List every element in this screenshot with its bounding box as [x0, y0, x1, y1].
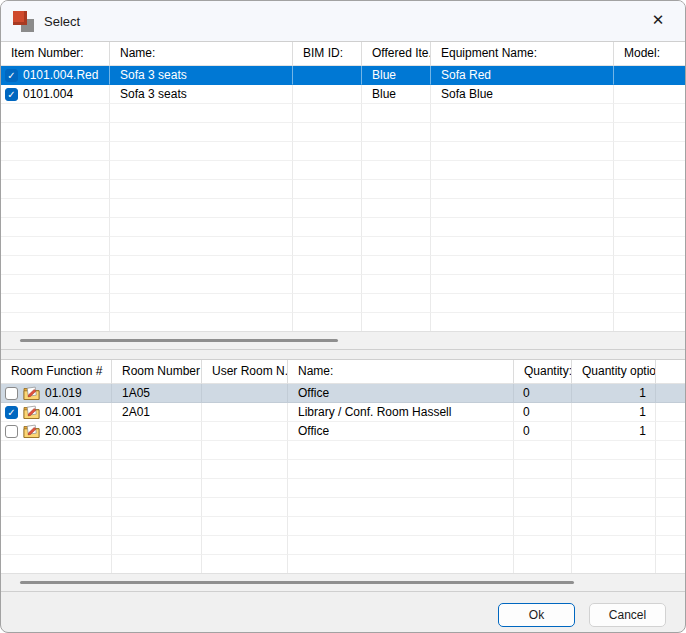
empty-row: [1, 517, 685, 536]
empty-cell: [110, 218, 293, 237]
empty-cell: [110, 256, 293, 275]
empty-cell: [431, 199, 614, 218]
column-header[interactable]: Model:: [614, 42, 685, 66]
column-header[interactable]: [656, 360, 685, 384]
empty-row: [1, 294, 685, 313]
empty-cell: [110, 123, 293, 142]
column-header[interactable]: Room Function #: [1, 360, 112, 384]
empty-row: [1, 237, 685, 256]
table-cell: 01.019: [1, 384, 112, 403]
table-cell: [656, 422, 685, 441]
empty-cell: [362, 313, 431, 332]
empty-cell: [614, 199, 685, 218]
select-dialog: Select ✕ Item Number:Name:BIM ID:Offered…: [0, 0, 686, 633]
table-cell: 0: [514, 384, 572, 403]
cell-text: 04.001: [45, 403, 82, 421]
column-header[interactable]: Quantity:: [514, 360, 572, 384]
column-header[interactable]: Item Number:: [1, 42, 110, 66]
column-header[interactable]: Quantity option:: [572, 360, 656, 384]
empty-cell: [514, 460, 572, 479]
empty-cell: [656, 517, 685, 536]
table-cell: [202, 403, 288, 422]
empty-row: [1, 536, 685, 555]
table-cell: [656, 384, 685, 403]
empty-cell: [572, 498, 656, 517]
empty-row: [1, 180, 685, 199]
empty-cell: [1, 123, 110, 142]
empty-row: [1, 498, 685, 517]
empty-cell: [1, 517, 112, 536]
empty-cell: [288, 536, 514, 555]
empty-cell: [614, 294, 685, 313]
empty-cell: [614, 142, 685, 161]
rooms-table: Room Function #Room NumberUser Room N...…: [1, 359, 685, 592]
empty-cell: [362, 218, 431, 237]
empty-row: [1, 479, 685, 498]
empty-cell: [614, 180, 685, 199]
empty-cell: [110, 275, 293, 294]
table-row[interactable]: 20.003Office01: [1, 422, 685, 441]
table-row[interactable]: ✓0101.004Sofa 3 seatsBlueSofa Blue: [1, 85, 685, 104]
row-checkbox-unchecked[interactable]: [5, 387, 18, 400]
scrollbar-thumb[interactable]: [20, 581, 574, 584]
empty-cell: [514, 555, 572, 574]
column-header[interactable]: Equipment Name:: [431, 42, 614, 66]
table-cell: [293, 85, 362, 104]
items-horizontal-scrollbar[interactable]: [1, 331, 685, 349]
column-header[interactable]: Offered Ite...: [362, 42, 431, 66]
edit-room-icon: [23, 386, 40, 400]
empty-cell: [293, 237, 362, 256]
empty-cell: [112, 498, 202, 517]
empty-cell: [362, 237, 431, 256]
empty-cell: [202, 498, 288, 517]
empty-cell: [656, 555, 685, 574]
empty-cell: [514, 441, 572, 460]
row-checkbox-checked[interactable]: ✓: [5, 88, 18, 101]
empty-row: [1, 142, 685, 161]
cell-text: 20.003: [45, 422, 82, 440]
scrollbar-thumb[interactable]: [20, 339, 338, 342]
empty-cell: [431, 161, 614, 180]
table-row[interactable]: ✓04.0012A01Library / Conf. Room Hassell0…: [1, 403, 685, 422]
row-checkbox-unchecked[interactable]: [5, 425, 18, 438]
empty-cell: [110, 180, 293, 199]
column-header[interactable]: User Room N...: [202, 360, 288, 384]
rooms-table-body: 01.0191A05Office01✓04.0012A01Library / C…: [1, 384, 685, 574]
empty-cell: [614, 104, 685, 123]
empty-cell: [1, 161, 110, 180]
empty-row: [1, 123, 685, 142]
table-cell: 1: [572, 403, 656, 422]
column-header[interactable]: BIM ID:: [293, 42, 362, 66]
table-cell: Sofa Red: [431, 66, 614, 85]
empty-cell: [362, 294, 431, 313]
empty-cell: [202, 479, 288, 498]
rooms-horizontal-scrollbar[interactable]: [1, 573, 685, 591]
empty-cell: [514, 517, 572, 536]
column-header[interactable]: Room Number: [112, 360, 202, 384]
empty-cell: [614, 218, 685, 237]
row-checkbox-checked[interactable]: ✓: [5, 406, 18, 419]
table-cell: 0: [514, 403, 572, 422]
empty-cell: [1, 460, 112, 479]
column-header[interactable]: Name:: [288, 360, 514, 384]
empty-cell: [1, 218, 110, 237]
table-cell: ✓0101.004.Red: [1, 66, 110, 85]
empty-cell: [1, 555, 112, 574]
cancel-button[interactable]: Cancel: [589, 603, 666, 627]
table-cell: [202, 422, 288, 441]
empty-cell: [1, 256, 110, 275]
empty-row: [1, 199, 685, 218]
empty-cell: [656, 441, 685, 460]
empty-cell: [288, 441, 514, 460]
table-row[interactable]: 01.0191A05Office01: [1, 384, 685, 403]
table-row[interactable]: ✓0101.004.RedSofa 3 seatsBlueSofa Red: [1, 66, 685, 85]
table-cell: Sofa Blue: [431, 85, 614, 104]
empty-row: [1, 555, 685, 574]
items-table-body: ✓0101.004.RedSofa 3 seatsBlueSofa Red✓01…: [1, 66, 685, 332]
column-header[interactable]: Name:: [110, 42, 293, 66]
ok-button[interactable]: Ok: [498, 603, 575, 627]
row-checkbox-checked[interactable]: ✓: [5, 69, 18, 82]
close-icon[interactable]: ✕: [635, 1, 681, 39]
table-cell: [614, 66, 685, 85]
empty-cell: [202, 460, 288, 479]
